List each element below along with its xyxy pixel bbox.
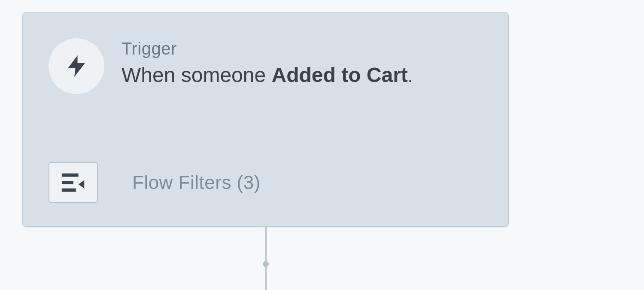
trigger-text: Trigger When someone Added to Cart. (122, 38, 413, 88)
trigger-icon-container (49, 38, 104, 94)
trigger-card[interactable]: Trigger When someone Added to Cart. Flow… (22, 12, 509, 227)
svg-rect-1 (61, 181, 73, 184)
flow-filters-label: Flow Filters (3) (132, 172, 261, 193)
flow-canvas[interactable]: Trigger When someone Added to Cart. Flow… (0, 0, 644, 290)
filter-list-icon (60, 171, 87, 194)
bolt-icon (64, 53, 89, 79)
connector-line (265, 267, 267, 290)
flow-connector (265, 227, 266, 290)
svg-rect-0 (61, 173, 78, 177)
svg-marker-3 (78, 180, 84, 188)
trigger-header: Trigger When someone Added to Cart. (49, 38, 413, 94)
trigger-description-period: . (408, 67, 413, 85)
trigger-description-prefix: When someone (122, 64, 272, 86)
trigger-type-label: Trigger (122, 39, 413, 58)
flow-filters-row[interactable]: Flow Filters (3) (49, 162, 261, 203)
svg-rect-2 (61, 188, 76, 192)
connector-line (265, 227, 267, 261)
flow-filters-icon-box[interactable] (49, 162, 98, 203)
trigger-event-name: Added to Cart (272, 64, 408, 86)
trigger-description: When someone Added to Cart. (122, 63, 413, 88)
connector-node[interactable] (263, 261, 269, 267)
